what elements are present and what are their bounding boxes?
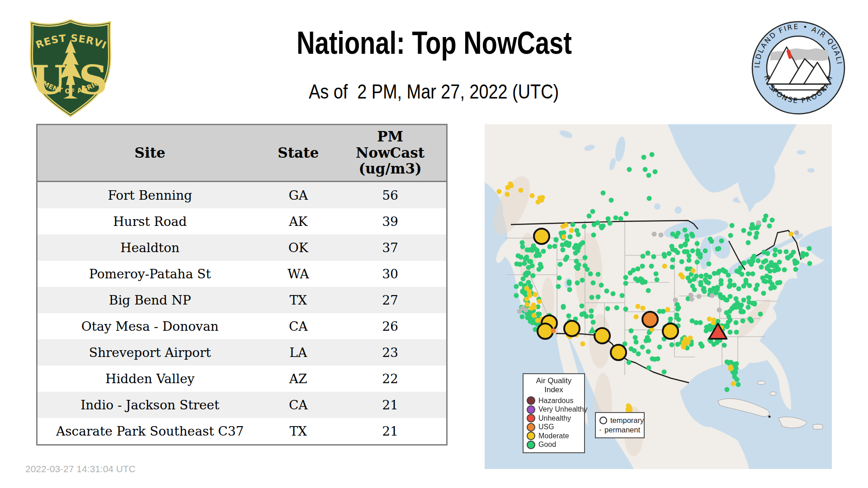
aqi-dot-good <box>626 360 631 365</box>
aqi-dot-good <box>628 328 633 333</box>
aqi-dot-good <box>767 223 772 228</box>
aqi-dot-good <box>723 269 728 274</box>
aqi-dot-good <box>641 253 646 258</box>
aqi-dot-good <box>732 282 737 287</box>
aqi-dot-good <box>695 241 700 246</box>
aqi-dot-inactive <box>794 230 799 235</box>
site-cell: Big Bend NP <box>37 287 263 313</box>
aqi-dot-good <box>595 294 600 299</box>
aqi-dot-good <box>732 371 737 376</box>
aqi-dot-moderate <box>728 366 733 371</box>
aqi-dot-good <box>649 263 654 268</box>
aqi-dot-good <box>566 281 571 286</box>
aqi-dot-good <box>755 258 760 263</box>
table-row: Hidden ValleyAZ22 <box>37 366 447 392</box>
aqi-dot-good <box>723 297 728 302</box>
column-header: PM NowCast (ug/m3) <box>334 125 447 182</box>
aqi-dot-moderate <box>662 263 667 268</box>
aqi-dot-good <box>583 263 588 268</box>
table-row: Big Bend NPTX27 <box>37 287 447 313</box>
aqi-dot-good <box>646 173 651 178</box>
aqi-dot-good <box>646 196 651 201</box>
temporary-monitor-marker-moderate <box>662 323 679 340</box>
aqi-dot-good <box>519 314 524 319</box>
permanent-row: permanent <box>599 425 640 435</box>
aqi-dot-inactive <box>673 298 678 303</box>
aqi-dot-good <box>566 313 571 318</box>
aqi-dot-moderate <box>527 293 532 298</box>
aqi-dot-good <box>591 281 596 286</box>
aqi-dot-moderate <box>560 224 565 229</box>
aqi-dot-good <box>730 223 735 228</box>
aqi-dot-good <box>773 247 778 252</box>
aqi-dot-good <box>741 283 746 288</box>
aqi-dot-good <box>649 152 654 157</box>
site-cell: Fort Benning <box>37 182 263 209</box>
state-cell: TX <box>262 287 334 313</box>
good-swatch-icon <box>527 441 535 449</box>
aqi-dot-good <box>527 259 532 264</box>
aqi-dot-good <box>777 280 782 285</box>
aqi-dot-good <box>670 342 675 347</box>
table-header: SiteStatePM NowCast (ug/m3) <box>37 125 447 182</box>
table-row: Ascarate Park Southeast C37TX21 <box>37 418 447 445</box>
slide: FOREST SERVICE U S DEPARTMENT OF AGRICUL… <box>0 0 868 488</box>
aqi-dot-good <box>623 211 628 216</box>
aqi-dot-moderate <box>634 314 639 319</box>
table-row: Pomeroy-Pataha StWA30 <box>37 261 447 287</box>
legend-item: Hazardous <box>527 396 581 405</box>
aqi-dot-good <box>750 271 755 276</box>
aqi-dot-good <box>557 276 562 281</box>
aqi-dot-good <box>747 231 752 236</box>
aqi-dot-inactive <box>756 221 761 225</box>
aqi-dot-moderate <box>524 302 529 307</box>
aqi-dot-good <box>698 320 703 325</box>
aqi-legend: Air Quality Index HazardousVery Unhealth… <box>523 373 585 453</box>
aqi-dot-good <box>762 249 767 254</box>
legend-item: Very Unhealthy <box>527 405 581 414</box>
aqi-dot-good <box>772 252 777 257</box>
aqi-dot-good <box>627 167 632 172</box>
aqi-dot-good <box>746 240 751 245</box>
temporary-label: temporary <box>610 416 644 425</box>
legend-label: Unhealthy <box>538 414 571 422</box>
table-row: HealdtonOK37 <box>37 235 447 261</box>
aqi-dot-good <box>686 276 691 281</box>
aqi-dot-good <box>560 243 565 248</box>
aqi-dot-good <box>605 306 610 311</box>
legend-item: USG <box>527 423 581 432</box>
site-cell: Healdton <box>37 235 263 261</box>
aqi-dot-good <box>690 248 695 253</box>
state-cell: AK <box>262 208 334 235</box>
page-subtitle: As of 2 PM, Mar 27, 2022 (UTC) <box>136 80 732 103</box>
aqi-dot-good <box>786 256 791 261</box>
aqi-dot-inactive <box>520 305 525 310</box>
aqi-dot-moderate <box>561 235 566 239</box>
aqi-dot-good <box>768 286 773 291</box>
aqi-dot-good <box>576 232 581 237</box>
top-nowcast-table: SiteStatePM NowCast (ug/m3) Fort Benning… <box>36 124 448 446</box>
aqi-dot-good <box>662 252 667 257</box>
value-cell: 22 <box>334 366 447 392</box>
aqi-dot-moderate <box>580 342 585 347</box>
column-header: Site <box>37 125 263 182</box>
aqi-dot-good <box>640 344 645 349</box>
fs-logo-letter-u: U <box>32 56 66 103</box>
aqi-dot-good <box>636 352 641 357</box>
permanent-monitor-marker-unhealthy <box>708 322 728 340</box>
value-cell: 21 <box>334 418 447 445</box>
aqi-dot-good <box>560 247 565 252</box>
aqi-dot-moderate <box>518 188 523 192</box>
temporary-monitor-marker-moderate <box>610 344 627 361</box>
aqi-dot-good <box>538 262 543 267</box>
aqi-dot-moderate <box>789 231 794 236</box>
aqi-dot-good <box>655 277 660 282</box>
temporary-monitor-marker-moderate <box>563 320 580 337</box>
state-cell: TX <box>262 418 334 445</box>
aqi-dot-good <box>633 277 638 282</box>
aqi-dot-good <box>623 281 628 286</box>
aqi-dot-good <box>640 280 645 285</box>
aqi-dot-good <box>750 222 755 227</box>
aqi-dot-good <box>782 267 787 272</box>
aqi-dot-moderate <box>688 336 693 341</box>
